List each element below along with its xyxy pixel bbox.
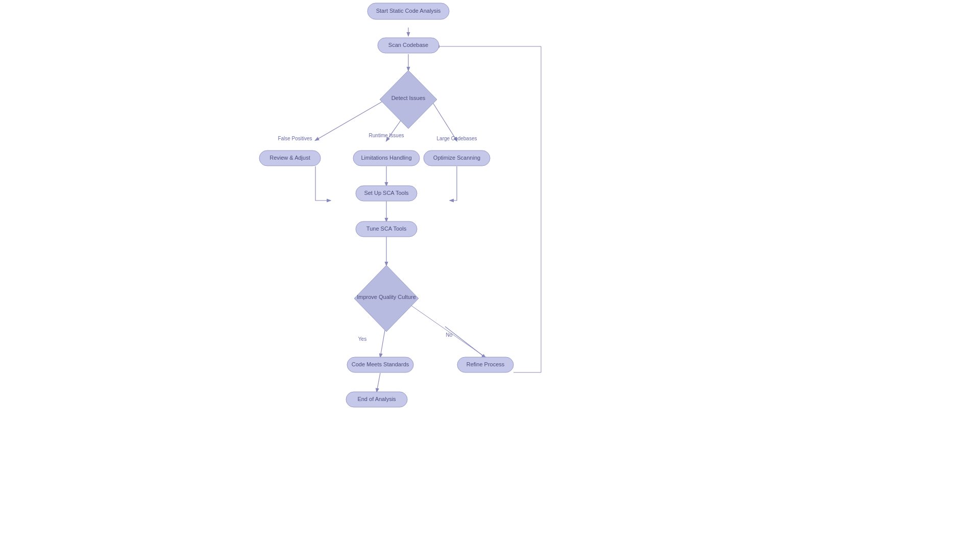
yes-label: Yes — [358, 336, 366, 342]
review-label: Review & Adjust — [270, 155, 310, 161]
no-label: No — [446, 332, 453, 338]
tune-label: Tune SCA Tools — [366, 226, 407, 232]
improve-label: Improve Quality Culture — [357, 294, 416, 300]
limitations-label: Limitations Handling — [361, 155, 411, 161]
start-label: Start Static Code Analysis — [376, 8, 441, 14]
arrow-code-end — [377, 373, 380, 392]
scan-label: Scan Codebase — [388, 42, 428, 48]
runtime-issues-label: Runtime Issues — [369, 133, 404, 138]
arrow-optimize-setup — [450, 166, 457, 201]
refine-label: Refine Process — [467, 361, 505, 367]
optimize-label: Optimize Scanning — [433, 155, 480, 161]
setup-label: Set Up SCA Tools — [364, 190, 409, 196]
arrow-refine-scan — [436, 46, 541, 372]
arrow-review-setup — [315, 166, 330, 201]
arrow-detect-optimize — [431, 99, 457, 141]
flowchart-container: Start Static Code Analysis Scan Codebase… — [0, 0, 980, 551]
arrow-to-refine — [445, 327, 485, 358]
large-codebases-label: Large Codebases — [437, 136, 477, 141]
end-label: End of Analysis — [357, 396, 396, 402]
code-meets-label: Code Meets Standards — [352, 361, 409, 367]
detect-label: Detect Issues — [391, 95, 426, 101]
false-positives-label: False Positives — [278, 136, 312, 141]
